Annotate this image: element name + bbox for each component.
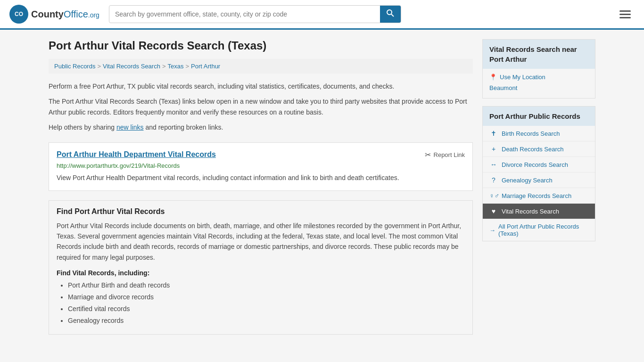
search-button[interactable] (380, 6, 401, 23)
location-pin-icon: 📍 (489, 74, 497, 81)
find-list: Port Arthur Birth and death recordsMarri… (57, 280, 465, 326)
breadcrumb-port-arthur[interactable]: Port Arthur (191, 63, 220, 70)
record-icon: ♥ (489, 207, 498, 215)
intro-text-3: Help others by sharing new links and rep… (49, 122, 473, 132)
record-icon: + (489, 145, 498, 153)
record-label: Birth Records Search (502, 130, 560, 137)
logo-icon: CO (9, 5, 28, 24)
all-records-label: All Port Arthur Public Records (Texas) (498, 223, 588, 237)
list-item: Certified vital records (68, 304, 465, 314)
find-section: Find Port Arthur Vital Records Port Arth… (49, 200, 473, 335)
all-records-link[interactable]: → All Port Arthur Public Records (Texas) (483, 219, 595, 241)
link-url[interactable]: http://www.portarthurtx.gov/219/Vital-Re… (57, 162, 465, 169)
sidebar: Vital Records Search near Port Arthur 📍 … (482, 39, 595, 342)
breadcrumb-sep1: > (97, 63, 101, 70)
nearby-link[interactable]: Beaumont (489, 84, 588, 91)
breadcrumb-sep2: > (162, 63, 166, 70)
sidebar-record-item[interactable]: ✝Birth Records Search (483, 126, 595, 141)
new-links-link[interactable]: new links (116, 123, 144, 131)
report-link-button[interactable]: ✂ Report Link (425, 150, 465, 159)
menu-icon-bar2 (619, 14, 631, 15)
link-card-title[interactable]: Port Arthur Health Department Vital Reco… (57, 150, 216, 159)
record-icon: ✝ (489, 130, 498, 137)
sidebar-record-item[interactable]: ♥Vital Records Search (483, 204, 595, 219)
list-item: Marriage and divorce records (68, 292, 465, 302)
record-icon: ↔ (489, 161, 498, 168)
find-body: Port Arthur Vital Records include docume… (57, 221, 465, 263)
link-description: View Port Arthur Health Department vital… (57, 173, 465, 183)
find-title: Find Port Arthur Vital Records (57, 207, 465, 216)
link-card-header: Port Arthur Health Department Vital Reco… (57, 150, 465, 159)
menu-icon-bar1 (619, 10, 631, 12)
record-label: Vital Records Search (502, 208, 559, 215)
sidebar-record-item[interactable]: +Death Records Search (483, 141, 595, 157)
record-label: Genealogy Search (502, 177, 553, 184)
sidebar-nearby-section: Vital Records Search near Port Arthur 📍 … (482, 39, 595, 99)
sidebar-record-item[interactable]: ?Genealogy Search (483, 173, 595, 188)
search-input[interactable] (109, 7, 380, 22)
sidebar-records-list: ✝Birth Records Search+Death Records Sear… (483, 126, 595, 219)
record-icon: ? (489, 176, 498, 184)
intro-text-2: The Port Arthur Vital Records Search (Te… (49, 96, 473, 117)
header: CO CountyOffice.org (0, 0, 644, 30)
breadcrumb: Public Records > Vital Records Search > … (49, 59, 473, 74)
list-item: Port Arthur Birth and death records (68, 280, 465, 290)
sidebar-nearby-links: Beaumont (489, 84, 588, 91)
report-link-label: Report Link (434, 151, 465, 158)
logo[interactable]: CO CountyOffice.org (9, 5, 99, 24)
use-my-location[interactable]: 📍 Use My Location (489, 74, 588, 81)
record-icon: ♀♂ (489, 192, 498, 199)
sidebar-record-item[interactable]: ♀♂Marriage Records Search (483, 188, 595, 204)
arrow-icon: → (489, 227, 495, 234)
breadcrumb-public-records[interactable]: Public Records (54, 63, 95, 70)
svg-text:CO: CO (15, 11, 23, 17)
breadcrumb-texas[interactable]: Texas (168, 63, 184, 70)
sidebar-public-records-section: Port Arthur Public Records ✝Birth Record… (482, 106, 595, 241)
logo-text: CountyOffice.org (31, 9, 99, 20)
svg-point-2 (387, 10, 392, 15)
find-list-title: Find Vital Records, including: (57, 269, 465, 277)
record-label: Death Records Search (502, 146, 564, 153)
intro-text-1: Perform a free Port Arthur, TX public vi… (49, 81, 473, 91)
sidebar-record-item[interactable]: ↔Divorce Records Search (483, 157, 595, 173)
svg-line-3 (391, 14, 394, 16)
record-label: Divorce Records Search (502, 161, 568, 168)
main-container: Port Arthur Vital Records Search (Texas)… (39, 30, 605, 352)
breadcrumb-vital-records[interactable]: Vital Records Search (103, 63, 160, 70)
breadcrumb-sep3: > (185, 63, 189, 70)
search-bar (109, 5, 401, 23)
sidebar-public-records-heading: Port Arthur Public Records (483, 107, 595, 126)
sidebar-nearby-body: 📍 Use My Location Beaumont (483, 69, 595, 98)
sidebar-nearby-heading: Vital Records Search near Port Arthur (483, 40, 595, 69)
content-area: Port Arthur Vital Records Search (Texas)… (49, 39, 473, 342)
link-card: Port Arthur Health Department Vital Reco… (49, 142, 473, 191)
menu-icon-bar3 (619, 17, 631, 18)
menu-button[interactable] (616, 8, 635, 20)
scissors-icon: ✂ (425, 150, 431, 159)
page-title: Port Arthur Vital Records Search (Texas) (49, 39, 473, 52)
list-item: Genealogy records (68, 316, 465, 326)
record-label: Marriage Records Search (502, 192, 571, 199)
